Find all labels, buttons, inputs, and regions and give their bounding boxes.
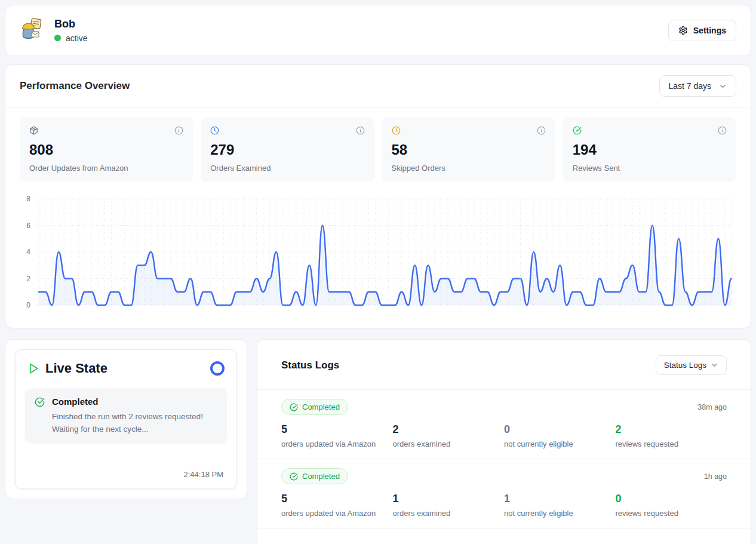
stat-card: 58 Skipped Orders xyxy=(382,117,555,182)
live-message-body: Completed Finished the run with 2 review… xyxy=(52,396,217,436)
log-stat-label: orders updated via Amazon xyxy=(281,509,393,518)
svg-text:2: 2 xyxy=(26,275,30,283)
user-info: Bob active xyxy=(20,17,88,44)
performance-header: Performance Overview Last 7 days xyxy=(5,65,751,107)
info-icon[interactable] xyxy=(718,126,727,135)
stat-card: 279 Orders Examined xyxy=(201,117,374,182)
svg-text:4: 4 xyxy=(26,248,30,256)
check-circle-icon xyxy=(290,403,298,411)
live-status-title: Completed xyxy=(52,397,217,407)
status-badge: Completed xyxy=(281,468,348,484)
status-label: active xyxy=(66,33,88,43)
live-status-message: Completed Finished the run with 2 review… xyxy=(25,388,227,444)
info-icon[interactable] xyxy=(356,126,365,135)
log-stat: 0 not currently eligible xyxy=(504,423,616,448)
package-icon xyxy=(29,126,38,135)
status-logs-dropdown[interactable]: Status Logs xyxy=(656,355,727,375)
live-state-header: Live State xyxy=(25,361,227,376)
date-range-dropdown[interactable]: Last 7 days xyxy=(659,75,736,97)
svg-text:6: 6 xyxy=(26,222,30,230)
stat-label: Orders Examined xyxy=(210,164,364,173)
clock-icon xyxy=(210,126,219,135)
info-icon[interactable] xyxy=(537,126,546,135)
log-timestamp: 38m ago xyxy=(697,403,727,411)
stat-card: 808 Order Updates from Amazon xyxy=(20,117,193,182)
live-state-card: Live State Completed Finished the run wi… xyxy=(15,349,237,489)
gear-icon xyxy=(678,26,688,35)
log-stat-value: 1 xyxy=(504,493,616,505)
log-stat: 5 orders updated via Amazon xyxy=(281,423,393,448)
live-status-text: Finished the run with 2 reviews requeste… xyxy=(52,411,217,436)
bot-avatar xyxy=(20,17,46,44)
stat-value: 194 xyxy=(573,142,727,158)
log-stat: 1 not currently eligible xyxy=(504,493,616,518)
log-entries-list: Completed 38m ago 5 orders updated via A… xyxy=(257,390,751,528)
check-circle-icon xyxy=(35,397,45,407)
svg-text:8: 8 xyxy=(26,195,30,203)
active-status-dot xyxy=(54,35,61,41)
check-circle-icon xyxy=(290,472,298,481)
live-timestamp: 2:44:18 PM xyxy=(25,463,227,481)
date-range-label: Last 7 days xyxy=(668,81,711,91)
log-stat-label: orders updated via Amazon xyxy=(281,439,393,448)
status-logs-card: Status Logs Status Logs Completed 38m ag… xyxy=(257,339,751,544)
settings-button[interactable]: Settings xyxy=(668,20,736,41)
stat-card: 194 Reviews Sent xyxy=(563,117,736,182)
log-stat-label: orders examined xyxy=(393,509,505,518)
log-stat: 0 reviews requested xyxy=(616,493,727,518)
status-logs-title: Status Logs xyxy=(281,359,339,371)
log-stat-label: not currently eligible xyxy=(504,509,616,518)
stat-label: Skipped Orders xyxy=(392,164,546,173)
svg-text:0: 0 xyxy=(26,301,30,309)
badge-label: Completed xyxy=(302,402,340,411)
log-stat-value: 5 xyxy=(281,493,393,505)
status-logs-dropdown-label: Status Logs xyxy=(664,361,706,370)
log-stat: 2 orders examined xyxy=(393,423,505,448)
check-circle-icon xyxy=(573,126,582,135)
user-status: active xyxy=(54,33,88,43)
log-stat-label: reviews requested xyxy=(616,509,727,518)
log-stat: 1 orders examined xyxy=(393,493,505,518)
log-entry: Completed 38m ago 5 orders updated via A… xyxy=(257,390,751,459)
stat-label: Reviews Sent xyxy=(573,164,727,173)
play-icon xyxy=(27,362,39,374)
stat-label: Order Updates from Amazon xyxy=(29,164,183,173)
status-badge: Completed xyxy=(281,399,348,415)
log-stat-label: not currently eligible xyxy=(504,439,616,448)
status-logs-header: Status Logs Status Logs xyxy=(257,340,751,390)
performance-title: Performance Overview xyxy=(20,80,130,92)
log-entry: Completed 1h ago 5 orders updated via Am… xyxy=(257,459,751,528)
info-icon[interactable] xyxy=(174,126,183,135)
log-stat-value: 2 xyxy=(393,423,505,436)
user-name: Bob xyxy=(54,18,88,31)
log-stat-value: 1 xyxy=(393,493,505,505)
log-stat-value: 5 xyxy=(281,423,393,436)
log-stat-label: orders examined xyxy=(393,439,505,448)
loading-spinner xyxy=(210,361,225,376)
stat-value: 58 xyxy=(392,142,546,158)
log-stat: 2 reviews requested xyxy=(616,423,727,448)
stat-value: 279 xyxy=(210,142,364,158)
chart-container: 02468 xyxy=(5,182,751,328)
settings-label: Settings xyxy=(693,26,726,35)
bottom-row: Live State Completed Finished the run wi… xyxy=(5,339,751,544)
live-state-title: Live State xyxy=(45,361,204,376)
chevron-down-icon xyxy=(711,361,718,369)
performance-chart: 02468 xyxy=(11,190,737,314)
stat-value: 808 xyxy=(29,142,183,158)
log-stat-value: 0 xyxy=(504,423,616,436)
app-header: Bob active Settings xyxy=(5,5,751,56)
log-stat-value: 0 xyxy=(616,493,727,505)
badge-label: Completed xyxy=(302,472,340,481)
log-stat-value: 2 xyxy=(616,423,727,436)
clock-icon xyxy=(392,126,401,135)
log-stat-label: reviews requested xyxy=(616,439,727,448)
log-stat: 5 orders updated via Amazon xyxy=(281,493,393,518)
live-state-panel: Live State Completed Finished the run wi… xyxy=(5,339,247,499)
stats-row: 808 Order Updates from Amazon 279 Orders… xyxy=(5,107,751,182)
log-timestamp: 1h ago xyxy=(704,472,727,481)
user-text: Bob active xyxy=(54,18,88,43)
performance-overview-card: Performance Overview Last 7 days 808 Ord… xyxy=(5,64,751,328)
chevron-down-icon xyxy=(718,82,727,91)
